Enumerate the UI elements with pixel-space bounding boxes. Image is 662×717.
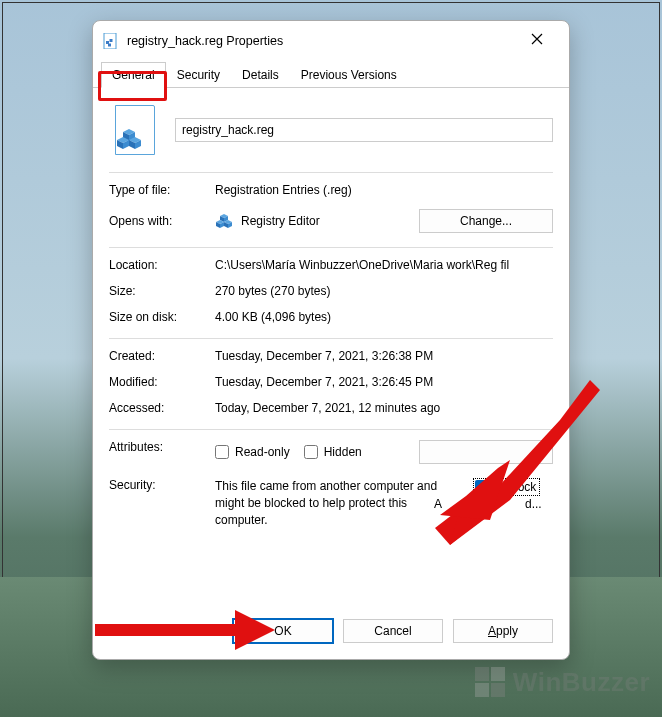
- cancel-button[interactable]: Cancel: [343, 619, 443, 643]
- svg-rect-2: [110, 39, 113, 42]
- tab-previous-versions[interactable]: Previous Versions: [290, 62, 408, 88]
- created-label: Created:: [109, 349, 209, 363]
- watermark: WinBuzzer: [473, 665, 650, 699]
- svg-rect-30: [475, 683, 489, 697]
- filename-input[interactable]: registry_hack.reg: [175, 118, 553, 142]
- size-on-disk-label: Size on disk:: [109, 310, 209, 324]
- accessed-label: Accessed:: [109, 401, 209, 415]
- modified-value: Tuesday, December 7, 2021, 3:26:45 PM: [215, 375, 553, 389]
- modified-label: Modified:: [109, 375, 209, 389]
- svg-rect-3: [108, 44, 111, 47]
- file-type-icon: [113, 102, 157, 158]
- created-value: Tuesday, December 7, 2021, 3:26:38 PM: [215, 349, 553, 363]
- hidden-checkbox[interactable]: Hidden: [304, 445, 362, 459]
- unblock-label: Unblock: [493, 480, 536, 494]
- close-button[interactable]: [515, 25, 559, 53]
- svg-rect-29: [491, 667, 505, 681]
- watermark-icon: [473, 665, 507, 699]
- tab-general[interactable]: General: [101, 62, 166, 88]
- hidden-label: Hidden: [324, 445, 362, 459]
- tab-details[interactable]: Details: [231, 62, 290, 88]
- unblock-checkbox[interactable]: Unblock: [473, 478, 540, 496]
- readonly-label: Read-only: [235, 445, 290, 459]
- ok-button[interactable]: OK: [233, 619, 333, 643]
- size-on-disk-value: 4.00 KB (4,096 bytes): [215, 310, 553, 324]
- window-title: registry_hack.reg Properties: [127, 34, 515, 48]
- advanced-button[interactable]: A: [419, 440, 553, 464]
- type-of-file-label: Type of file:: [109, 183, 209, 197]
- titlebar: registry_hack.reg Properties: [93, 21, 569, 59]
- readonly-input[interactable]: [215, 445, 229, 459]
- security-text: This file came from another computer and…: [215, 478, 445, 528]
- svg-rect-28: [475, 667, 489, 681]
- opens-with-value: Registry Editor: [241, 214, 320, 228]
- registry-editor-icon: [215, 212, 233, 230]
- svg-rect-31: [491, 683, 505, 697]
- button-bar: OK Cancel Apply: [93, 607, 569, 659]
- hidden-input[interactable]: [304, 445, 318, 459]
- close-icon: [531, 33, 543, 45]
- type-of-file-value: Registration Entries (.reg): [215, 183, 553, 197]
- location-value: C:\Users\María Winbuzzer\OneDrive\Maria …: [215, 258, 553, 272]
- opens-with-label: Opens with:: [109, 214, 209, 228]
- size-value: 270 bytes (270 bytes): [215, 284, 553, 298]
- change-button[interactable]: Change...: [419, 209, 553, 233]
- apply-button[interactable]: Apply: [453, 619, 553, 643]
- security-label: Security:: [109, 478, 209, 492]
- readonly-checkbox[interactable]: Read-only: [215, 445, 290, 459]
- unblock-input[interactable]: [475, 480, 489, 494]
- tab-security[interactable]: Security: [166, 62, 231, 88]
- reg-file-icon: [103, 33, 119, 49]
- attributes-label: Attributes:: [109, 440, 209, 454]
- location-label: Location:: [109, 258, 209, 272]
- tab-strip: General Security Details Previous Versio…: [93, 61, 569, 88]
- size-label: Size:: [109, 284, 209, 298]
- accessed-value: Today, December 7, 2021, 12 minutes ago: [215, 401, 553, 415]
- properties-dialog: registry_hack.reg Properties General Sec…: [92, 20, 570, 660]
